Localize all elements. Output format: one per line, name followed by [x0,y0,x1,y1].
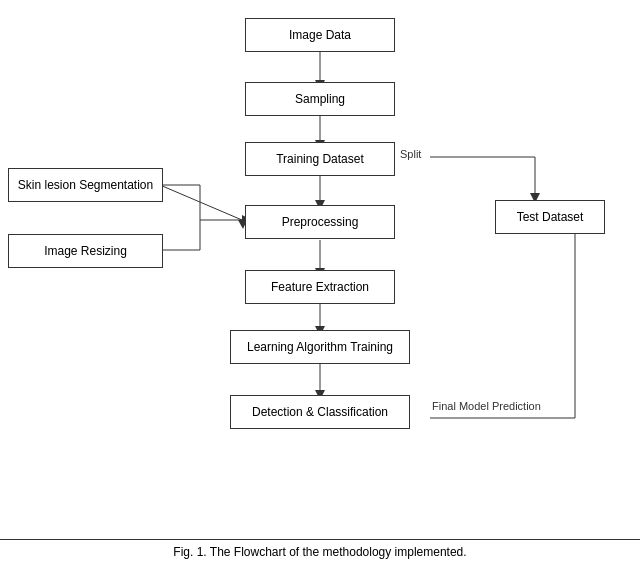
learning-algorithm-box: Learning Algorithm Training [230,330,410,364]
preprocessing-label: Preprocessing [282,215,359,229]
preprocessing-box: Preprocessing [245,205,395,239]
test-dataset-box: Test Dataset [495,200,605,234]
caption-text: Fig. 1. The Flowchart of the methodology… [173,545,466,559]
feature-extraction-label: Feature Extraction [271,280,369,294]
image-data-box: Image Data [245,18,395,52]
image-data-label: Image Data [289,28,351,42]
image-resizing-box: Image Resizing [8,234,163,268]
learning-algorithm-label: Learning Algorithm Training [247,340,393,354]
sampling-label: Sampling [295,92,345,106]
skin-lesion-label: Skin lesion Segmentation [18,178,153,192]
training-dataset-box: Training Dataset [245,142,395,176]
training-dataset-label: Training Dataset [276,152,364,166]
final-model-label: Final Model Prediction [432,400,541,412]
figure-caption: Fig. 1. The Flowchart of the methodology… [0,539,640,559]
svg-line-18 [160,185,242,220]
feature-extraction-box: Feature Extraction [245,270,395,304]
test-dataset-label: Test Dataset [517,210,584,224]
split-label: Split [400,148,421,160]
detection-classification-box: Detection & Classification [230,395,410,429]
image-resizing-label: Image Resizing [44,244,127,258]
detection-classification-label: Detection & Classification [252,405,388,419]
skin-lesion-box: Skin lesion Segmentation [8,168,163,202]
flowchart-diagram: Image Data Sampling Training Dataset Spl… [0,0,640,530]
sampling-box: Sampling [245,82,395,116]
